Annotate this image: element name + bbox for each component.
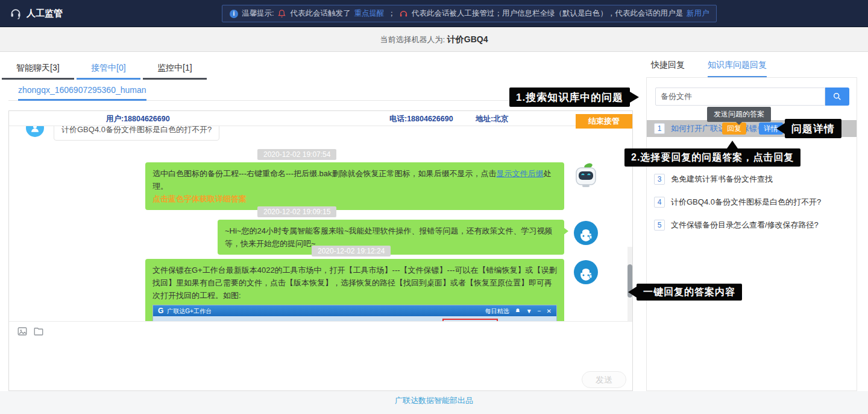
tab-taken-over[interactable]: 接管中[0] — [77, 60, 140, 80]
send-button[interactable]: 发送 — [582, 371, 626, 388]
question-text: 文件保镖备份目录怎么查看/修改保存路径? — [671, 220, 819, 231]
question-row-5[interactable]: 5 文件保镖备份目录怎么查看/修改保存路径? — [647, 217, 857, 234]
headset-logo-icon — [10, 7, 22, 19]
show-file-suffix-link[interactable]: 显示文件后缀 — [497, 169, 544, 178]
user-phone: 电话:18804626690 — [389, 114, 453, 124]
tip-part1: 代表此会话触发了 — [290, 8, 350, 19]
mini-close-icon: ✕ — [547, 305, 552, 317]
embedded-screenshot: G 广联达G+工作台 每日精选 ▼ − ✕ — [153, 305, 557, 321]
user-message-bubble: 计价GBQ4.0备份文件图标是白色的打不开? — [54, 126, 219, 141]
app-brand: 人工监管 — [10, 0, 63, 27]
headset-red-icon — [399, 9, 408, 18]
bot-message-bubble: 文件保镖在G+工作台最新版本4022的工具市场中，打开【工具市场】---【文件保… — [145, 259, 564, 321]
question-number: 4 — [654, 197, 665, 208]
tip-part2: 代表此会话被人工接管过；用户信息栏全绿（默认是白色），代表此会话的用户是 — [412, 8, 683, 19]
user-id: 用户:18804626690 — [106, 114, 170, 124]
tip-link-newuser[interactable]: 新用户 — [687, 8, 709, 19]
user-message-row: 计价GBQ4.0备份文件图标是白色的打不开? — [26, 126, 219, 141]
agent-avatar — [573, 220, 599, 246]
search-icon — [832, 92, 842, 101]
embedded-window-title: 广联达G+工作台 — [167, 305, 212, 317]
question-row-3[interactable]: 3 免免建筑计算书备份文件查找 — [647, 171, 857, 188]
mini-bell-icon — [515, 308, 521, 314]
bot-message-row: ~Hi~您的24小时专属智能客服来啦~我能处理软件操作、报错等问题，还有政策文件… — [218, 220, 599, 255]
question-number: 5 — [654, 220, 665, 231]
reply-tabs: 快捷回复 知识库问题回复 — [651, 60, 787, 78]
chat-message-list[interactable]: 计价GBQ4.0备份文件图标是白色的打不开? 2020-12-02 19:07:… — [9, 126, 632, 321]
end-takeover-button[interactable]: 结束接管 — [576, 114, 632, 129]
message-composer[interactable]: 发送 — [9, 321, 632, 390]
image-attach-icon[interactable] — [17, 326, 28, 337]
timestamp: 2020-12-02 19:07:54 — [257, 149, 336, 160]
tip-sep: ； — [388, 8, 395, 19]
callout-question-detail: 问题详情 — [785, 119, 841, 138]
top-bar: 人工监管 i 温馨提示: 代表此会话触发了 重点提醒 ； 代表此会话被人工接管过… — [0, 0, 868, 27]
knowledge-search-input[interactable] — [655, 88, 825, 106]
callout-reply-step: 2.选择要回复的问题答案，点击回复 — [624, 148, 800, 167]
reply-button[interactable]: 回复 — [722, 123, 746, 135]
question-text: 计价GBQ4.0备份文件图标是白色的打不开? — [671, 197, 821, 208]
session-tab[interactable]: zhongqx_1606907295360_human — [18, 85, 146, 101]
timestamp: 2020-12-02 19:12:24 — [312, 246, 391, 256]
chat-mode-tabs: 智能聊天[3] 接管中[0] 监控中[1] — [2, 60, 207, 80]
tip-link-alert[interactable]: 重点提醒 — [354, 8, 384, 19]
robot-selector-bar: 当前选择机器人为: 计价GBQ4 — [0, 27, 868, 52]
mini-minimize-icon: − — [538, 305, 541, 317]
mini-caret-icon: ▼ — [526, 305, 532, 317]
bot-message-row: 选中白色图标的备份工程---右键重命名---把后缀.bak删除就会恢复正常图标，… — [145, 162, 599, 210]
callout-search-step: 1.搜索知识库中的问题 — [509, 88, 630, 107]
tip-label: 温馨提示: — [242, 8, 274, 19]
message-text: 选中白色图标的备份工程---右键重命名---把后缀.bak删除就会恢复正常图标，… — [153, 169, 497, 178]
footer-text: 广联达数据智能部出品 — [395, 395, 473, 406]
gplus-logo: G — [158, 305, 163, 317]
bot-message-bubble: 选中白色图标的备份工程---右键重命名---把后缀.bak删除就会恢复正常图标，… — [145, 162, 564, 210]
message-text: 文件保镖在G+工作台最新版本4022的工具市场中，打开【工具市场】---【文件保… — [153, 266, 557, 300]
daily-picks-label: 每日精选 — [485, 305, 509, 317]
tab-knowledge-reply[interactable]: 知识库问题回复 — [708, 60, 767, 78]
embedded-window-titlebar: G 广联达G+工作台 每日精选 ▼ − ✕ — [153, 305, 556, 316]
tab-quick-reply[interactable]: 快捷回复 — [651, 60, 685, 76]
user-avatar — [26, 126, 44, 137]
folder-attach-icon[interactable] — [33, 326, 44, 337]
robot-leaf-avatar — [573, 162, 599, 189]
user-address: 地址:北京 — [476, 114, 508, 124]
timestamp: 2020-12-02 19:09:15 — [257, 206, 336, 217]
robot-label: 当前选择机器人为: — [380, 35, 445, 44]
tip-box: i 温馨提示: 代表此会话触发了 重点提醒 ； 代表此会话被人工接管过；用户信息… — [222, 5, 717, 22]
question-number: 3 — [654, 174, 665, 185]
callout-answer-content: 一键回复的答案内容 — [637, 284, 742, 301]
info-icon: i — [230, 10, 238, 18]
page-footer: 广联达数据智能部出品 — [0, 391, 868, 414]
chat-user-info-bar: 用户:18804626690 电话:18804626690 地址:北京 结束接管 — [9, 111, 632, 126]
page: 人工监管 i 温馨提示: 代表此会话触发了 重点提醒 ； 代表此会话被人工接管过… — [0, 0, 868, 414]
app-title: 人工监管 — [27, 8, 63, 19]
detail-answer-hint: 点击蓝色字体获取详细答案 — [153, 193, 557, 205]
question-row-4[interactable]: 4 计价GBQ4.0备份文件图标是白色的打不开? — [647, 194, 857, 211]
bot-message-bubble: ~Hi~您的24小时专属智能客服来啦~我能处理软件操作、报错等问题，还有政策文件… — [218, 220, 564, 255]
agent-avatar — [573, 259, 599, 285]
bell-icon — [277, 9, 286, 18]
search-button[interactable] — [825, 88, 849, 106]
robot-name: 计价GBQ4 — [447, 34, 488, 44]
tab-monitoring[interactable]: 监控中[1] — [143, 60, 207, 80]
bot-message-row: 文件保镖在G+工作台最新版本4022的工具市场中，打开【工具市场】---【文件保… — [145, 259, 599, 321]
question-text: 免免建筑计算书备份文件查找 — [671, 174, 773, 185]
chat-scrollbar[interactable] — [627, 247, 632, 321]
send-answer-tooltip: 发送问题的答案 — [707, 107, 771, 122]
chat-panel: 用户:18804626690 电话:18804626690 地址:北京 结束接管… — [8, 110, 633, 391]
tab-smart-chat[interactable]: 智能聊天[3] — [2, 60, 74, 80]
question-number: 1 — [654, 123, 665, 134]
